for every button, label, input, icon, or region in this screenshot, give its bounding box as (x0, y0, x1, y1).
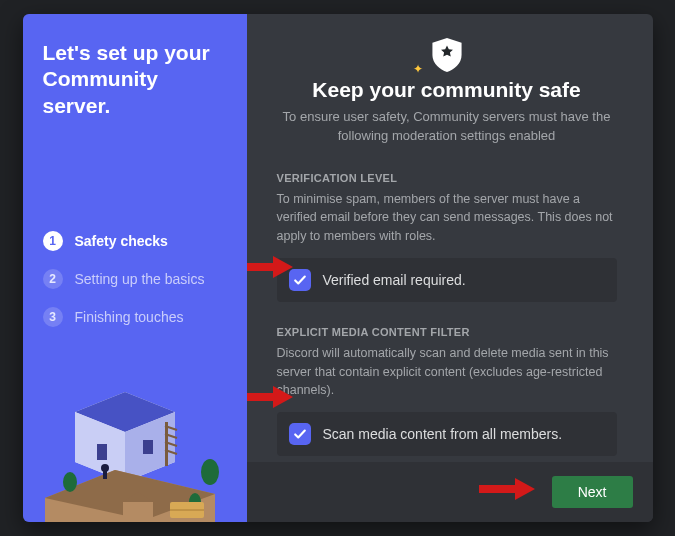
step-number: 1 (43, 231, 63, 251)
shield-icon (432, 38, 462, 72)
verified-email-checkbox[interactable] (289, 269, 311, 291)
page-title: Keep your community safe (277, 78, 617, 102)
svg-rect-8 (165, 422, 168, 466)
verified-email-label: Verified email required. (323, 272, 466, 288)
step-finishing-touches[interactable]: 3 Finishing touches (43, 307, 227, 327)
setup-steps: 1 Safety checks 2 Setting up the basics … (43, 231, 227, 327)
verification-label: VERIFICATION LEVEL (277, 172, 617, 184)
svg-point-13 (63, 472, 77, 492)
scan-media-checkbox[interactable] (289, 423, 311, 445)
step-label: Finishing touches (75, 309, 184, 325)
main-panel: ✦ Keep your community safe To ensure use… (247, 14, 653, 522)
shield-badge: ✦ (277, 38, 617, 72)
scan-media-label: Scan media content from all members. (323, 426, 563, 442)
step-label: Safety checks (75, 233, 168, 249)
explicit-label: EXPLICIT MEDIA CONTENT FILTER (277, 326, 617, 338)
svg-rect-4 (97, 444, 107, 460)
content-scroll[interactable]: ✦ Keep your community safe To ensure use… (247, 14, 653, 462)
explicit-filter-section: EXPLICIT MEDIA CONTENT FILTER Discord wi… (277, 326, 617, 456)
checkmark-icon (293, 273, 307, 287)
checkmark-icon (293, 427, 307, 441)
step-number: 2 (43, 269, 63, 289)
community-setup-modal: Let's set up your Community server. 1 Sa… (23, 14, 653, 522)
setup-sidebar: Let's set up your Community server. 1 Sa… (23, 14, 247, 522)
verification-section: VERIFICATION LEVEL To minimise spam, mem… (277, 172, 617, 302)
svg-rect-5 (143, 440, 153, 454)
sidebar-title: Let's set up your Community server. (43, 40, 227, 119)
svg-point-20 (101, 464, 109, 472)
svg-point-14 (201, 459, 219, 485)
step-label: Setting up the basics (75, 271, 205, 287)
modal-footer: Next (247, 462, 653, 522)
verification-desc: To minimise spam, members of the server … (277, 190, 617, 246)
step-safety-checks[interactable]: 1 Safety checks (43, 231, 227, 251)
step-setting-up-basics[interactable]: 2 Setting up the basics (43, 269, 227, 289)
sparkle-icon: ✦ (413, 62, 423, 76)
scan-media-row[interactable]: Scan media content from all members. (277, 412, 617, 456)
svg-rect-18 (123, 502, 153, 520)
village-illustration (23, 352, 247, 522)
svg-rect-21 (103, 471, 107, 479)
verified-email-row[interactable]: Verified email required. (277, 258, 617, 302)
explicit-desc: Discord will automatically scan and dele… (277, 344, 617, 400)
annotation-arrow (477, 476, 537, 502)
next-button[interactable]: Next (552, 476, 633, 508)
step-number: 3 (43, 307, 63, 327)
page-subtitle: To ensure user safety, Community servers… (277, 108, 617, 146)
